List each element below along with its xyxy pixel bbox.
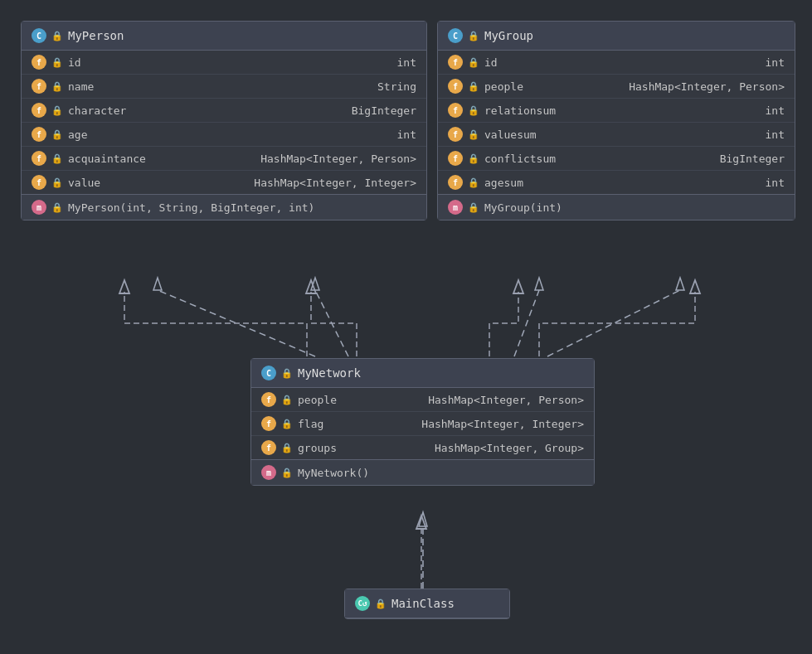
field-lock: 🔒 [51, 57, 63, 68]
field-type-group-agesum: int [766, 177, 785, 189]
class-icon-main: C↺ [355, 596, 370, 611]
class-myperson-body: f 🔒 id int f 🔒 name String f 🔒 character… [22, 51, 426, 194]
field-lock: 🔒 [51, 81, 63, 92]
field-type-age: int [397, 128, 416, 141]
method-name-myperson: MyPerson(int, String, BigInteger, int) [68, 201, 314, 214]
field-net-people: f 🔒 people HashMap<Integer, Person> [251, 388, 594, 412]
field-type-net-flag: HashMap<Integer, Integer> [421, 418, 584, 430]
class-myperson: C 🔒 MyPerson f 🔒 id int f 🔒 name String … [21, 21, 427, 220]
svg-marker-9 [419, 512, 427, 526]
field-name-group-agesum: agesum [484, 177, 523, 189]
field-name-id: id [68, 56, 81, 69]
class-mynetwork-method: m 🔒 MyNetwork() [251, 459, 594, 485]
field-value: f 🔒 value HashMap<Integer, Integer> [22, 171, 426, 194]
header-lock-myperson: 🔒 [51, 31, 63, 41]
field-name-group-people: people [484, 80, 523, 93]
class-mainclass-title: MainClass [391, 597, 455, 610]
class-myperson-header: C 🔒 MyPerson [22, 22, 426, 51]
field-type-net-people: HashMap<Integer, Person> [428, 394, 584, 406]
class-icon-c: C [32, 28, 46, 43]
field-icon-f: f [448, 55, 463, 70]
field-type-group-conflictsum: BigInteger [720, 153, 785, 165]
field-icon-f: f [32, 55, 46, 70]
field-acquaintance: f 🔒 acquaintance HashMap<Integer, Person… [22, 147, 426, 171]
field-name-value: value [68, 177, 100, 189]
field-lock: 🔒 [281, 419, 293, 429]
field-type-name: String [377, 80, 416, 93]
svg-marker-1 [153, 278, 162, 290]
field-icon-f: f [261, 392, 276, 407]
header-lock-mynetwork: 🔒 [281, 368, 293, 379]
field-type-group-people: HashMap<Integer, Person> [629, 80, 785, 93]
method-icon-m: m [32, 200, 46, 215]
field-group-id: f 🔒 id int [438, 51, 795, 75]
class-myperson-title: MyPerson [68, 29, 124, 42]
field-icon-f: f [448, 175, 463, 190]
field-icon-f: f [32, 79, 46, 94]
field-icon-f: f [448, 79, 463, 94]
class-mainclass-header: C↺ 🔒 MainClass [345, 589, 509, 618]
class-mynetwork-title: MyNetwork [298, 366, 361, 380]
class-mygroup-title: MyGroup [484, 29, 533, 42]
field-lock: 🔒 [468, 57, 479, 68]
field-net-flag: f 🔒 flag HashMap<Integer, Integer> [251, 412, 594, 436]
class-mainclass: C↺ 🔒 MainClass [344, 589, 510, 619]
field-group-relationsum: f 🔒 relationsum int [438, 99, 795, 123]
field-type-character: BigInteger [352, 104, 416, 117]
class-mynetwork: C 🔒 MyNetwork f 🔒 people HashMap<Integer… [250, 358, 595, 486]
svg-marker-14 [416, 516, 426, 529]
field-net-groups: f 🔒 groups HashMap<Integer, Group> [251, 436, 594, 459]
field-name-character: character [68, 104, 126, 117]
field-name-net-groups: groups [298, 442, 337, 454]
svg-marker-3 [311, 278, 319, 290]
field-type-net-groups: HashMap<Integer, Group> [435, 442, 584, 454]
svg-line-0 [158, 290, 315, 356]
field-group-people: f 🔒 people HashMap<Integer, Person> [438, 75, 795, 99]
field-lock: 🔒 [51, 105, 63, 116]
method-name-mynetwork: MyNetwork() [298, 467, 369, 479]
field-name-group-conflictsum: conflictsum [484, 153, 556, 165]
field-type-group-valuesum: int [766, 128, 785, 141]
svg-line-4 [514, 290, 539, 356]
svg-marker-7 [676, 278, 684, 290]
field-icon-f: f [32, 151, 46, 166]
field-lock: 🔒 [51, 129, 63, 140]
field-type-group-id: int [766, 56, 785, 69]
field-lock: 🔒 [468, 81, 479, 92]
field-type-group-relationsum: int [766, 104, 785, 117]
field-group-conflictsum: f 🔒 conflictsum BigInteger [438, 147, 795, 171]
field-name-net-people: people [298, 394, 337, 406]
field-name-net-flag: flag [298, 418, 323, 430]
field-name-acquaintance: acquaintance [68, 153, 146, 165]
header-lock-mygroup: 🔒 [468, 31, 479, 41]
field-lock: 🔒 [468, 153, 479, 164]
header-lock-mainclass: 🔒 [375, 598, 387, 609]
svg-marker-10 [119, 280, 129, 293]
svg-marker-11 [306, 280, 316, 293]
class-mygroup-header: C 🔒 MyGroup [438, 22, 795, 51]
svg-line-2 [315, 290, 348, 356]
field-age: f 🔒 age int [22, 123, 426, 147]
field-type-id: int [397, 56, 416, 69]
field-lock: 🔒 [51, 177, 63, 188]
svg-marker-12 [513, 280, 523, 293]
field-icon-f: f [261, 416, 276, 431]
field-lock: 🔒 [281, 443, 293, 453]
field-lock: 🔒 [51, 153, 63, 164]
class-mygroup-method: m 🔒 MyGroup(int) [438, 194, 795, 220]
field-icon-f: f [32, 175, 46, 190]
field-icon-f: f [448, 103, 463, 118]
field-lock: 🔒 [468, 105, 479, 116]
field-name-row: f 🔒 name String [22, 75, 426, 99]
class-mynetwork-body: f 🔒 people HashMap<Integer, Person> f 🔒 … [251, 388, 594, 459]
method-icon-m: m [261, 465, 276, 480]
method-lock: 🔒 [51, 202, 63, 213]
method-icon-m: m [448, 200, 463, 215]
field-name-group-id: id [484, 56, 498, 69]
field-icon-f: f [32, 127, 46, 142]
field-group-valuesum: f 🔒 valuesum int [438, 123, 795, 147]
class-mygroup: C 🔒 MyGroup f 🔒 id int f 🔒 people HashMa… [437, 21, 795, 220]
class-icon-c: C [448, 28, 463, 43]
field-lock: 🔒 [281, 395, 293, 405]
diagram-canvas: C 🔒 MyPerson f 🔒 id int f 🔒 name String … [0, 0, 812, 654]
